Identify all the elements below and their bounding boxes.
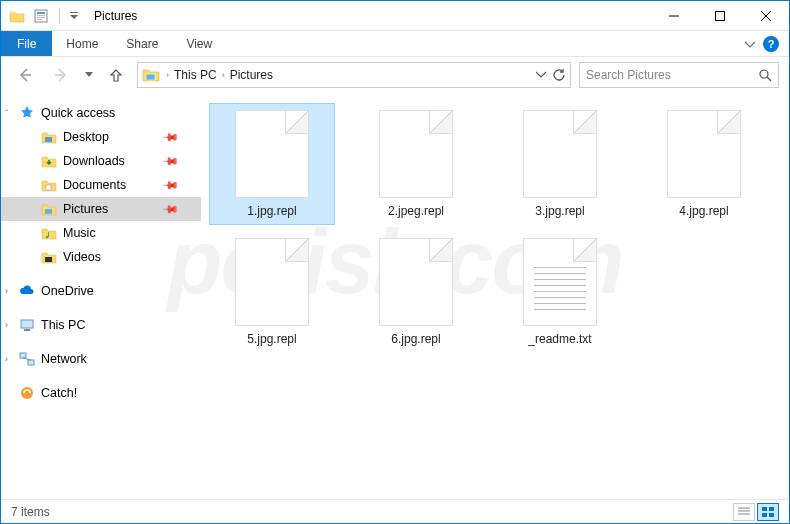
- expand-icon[interactable]: ›: [5, 320, 8, 330]
- sidebar-item-label: Quick access: [41, 106, 115, 120]
- svg-rect-7: [716, 11, 725, 20]
- nav-up-button[interactable]: [103, 62, 129, 88]
- chevron-right-icon[interactable]: ›: [164, 70, 171, 80]
- help-icon[interactable]: ?: [763, 36, 779, 52]
- navbar: › This PC › Pictures Search Pictures: [1, 57, 789, 93]
- file-item[interactable]: 6.jpg.repl: [353, 231, 479, 353]
- file-thumbnail: [379, 238, 453, 326]
- sidebar-item-label: OneDrive: [41, 284, 94, 298]
- svg-rect-2: [37, 15, 45, 16]
- folder-icon: [7, 6, 27, 26]
- file-view[interactable]: 1.jpg.repl2.jpeg.repl3.jpg.repl4.jpg.rep…: [201, 93, 789, 499]
- file-item[interactable]: 1.jpg.repl: [209, 103, 335, 225]
- ribbon-expand-icon[interactable]: [745, 39, 755, 49]
- ribbon-tab-share[interactable]: Share: [112, 31, 172, 56]
- folder-icon: [41, 249, 57, 265]
- chevron-right-icon[interactable]: ›: [220, 70, 227, 80]
- svg-rect-16: [46, 185, 51, 190]
- sidebar-item-documents[interactable]: Documents 📌: [1, 173, 201, 197]
- item-count: 7 items: [11, 505, 50, 519]
- nav-history-dropdown[interactable]: [83, 72, 95, 78]
- status-bar: 7 items: [1, 499, 789, 523]
- maximize-button[interactable]: [697, 1, 743, 31]
- search-input[interactable]: Search Pictures: [579, 62, 779, 88]
- svg-rect-4: [37, 19, 42, 20]
- file-thumbnail: [523, 110, 597, 198]
- svg-rect-19: [48, 232, 49, 237]
- icons-view-button[interactable]: [757, 503, 779, 521]
- sidebar-item-label: Desktop: [63, 130, 109, 144]
- pin-icon: 📌: [160, 127, 179, 146]
- properties-icon[interactable]: [31, 6, 51, 26]
- ribbon-tab-view[interactable]: View: [172, 31, 226, 56]
- sidebar-item-downloads[interactable]: Downloads 📌: [1, 149, 201, 173]
- pin-icon: 📌: [160, 199, 179, 218]
- navigation-pane: ˇ Quick access Desktop 📌 Downloads 📌 Doc…: [1, 93, 201, 499]
- close-button[interactable]: [743, 1, 789, 31]
- star-icon: [19, 105, 35, 121]
- window-title: Pictures: [94, 9, 137, 23]
- expand-icon[interactable]: ›: [5, 286, 8, 296]
- sidebar-item-label: Network: [41, 352, 87, 366]
- ribbon-tab-home[interactable]: Home: [52, 31, 112, 56]
- expand-icon[interactable]: ˇ: [5, 108, 8, 118]
- folder-icon: [41, 177, 57, 193]
- sidebar-network[interactable]: › Network: [1, 347, 201, 371]
- sidebar-item-desktop[interactable]: Desktop 📌: [1, 125, 201, 149]
- file-name: 5.jpg.repl: [247, 332, 296, 346]
- svg-rect-24: [28, 360, 34, 365]
- file-item[interactable]: 2.jpeg.repl: [353, 103, 479, 225]
- refresh-icon[interactable]: [552, 68, 566, 82]
- sidebar-quick-access[interactable]: ˇ Quick access: [1, 101, 201, 125]
- svg-rect-33: [769, 513, 774, 517]
- file-thumbnail: [235, 110, 309, 198]
- file-name: 6.jpg.repl: [391, 332, 440, 346]
- breadcrumb-segment[interactable]: Pictures: [227, 68, 276, 82]
- sidebar-item-label: Documents: [63, 178, 126, 192]
- sidebar-item-label: Pictures: [63, 202, 108, 216]
- sidebar-catch[interactable]: Catch!: [1, 381, 201, 405]
- ribbon-file-tab[interactable]: File: [1, 31, 52, 56]
- nav-forward-button[interactable]: [47, 61, 75, 89]
- svg-rect-5: [70, 12, 78, 13]
- sidebar-item-pictures[interactable]: Pictures 📌: [1, 197, 201, 221]
- svg-rect-30: [762, 507, 767, 511]
- svg-point-13: [760, 70, 768, 78]
- svg-rect-3: [37, 17, 45, 18]
- catch-icon: [19, 385, 35, 401]
- nav-back-button[interactable]: [11, 61, 39, 89]
- search-placeholder: Search Pictures: [586, 68, 671, 82]
- svg-line-14: [767, 77, 771, 81]
- svg-rect-15: [45, 137, 52, 142]
- sidebar-this-pc[interactable]: › This PC: [1, 313, 201, 337]
- sidebar-item-label: Music: [63, 226, 96, 240]
- sidebar-item-videos[interactable]: Videos: [1, 245, 201, 269]
- file-name: 3.jpg.repl: [535, 204, 584, 218]
- folder-icon: [41, 129, 57, 145]
- network-icon: [19, 351, 35, 367]
- sidebar-onedrive[interactable]: › OneDrive: [1, 279, 201, 303]
- expand-icon[interactable]: ›: [5, 354, 8, 364]
- search-icon[interactable]: [758, 68, 772, 82]
- details-view-button[interactable]: [733, 503, 755, 521]
- minimize-button[interactable]: [651, 1, 697, 31]
- file-item[interactable]: 5.jpg.repl: [209, 231, 335, 353]
- svg-rect-21: [21, 320, 33, 328]
- svg-rect-17: [45, 209, 52, 214]
- file-item[interactable]: _readme.txt: [497, 231, 623, 353]
- svg-rect-1: [37, 12, 45, 14]
- svg-line-25: [23, 358, 31, 360]
- file-item[interactable]: 3.jpg.repl: [497, 103, 623, 225]
- folder-icon: [41, 153, 57, 169]
- qat-dropdown[interactable]: [68, 6, 80, 26]
- svg-rect-12: [146, 74, 155, 80]
- address-dropdown-icon[interactable]: [536, 71, 546, 79]
- file-item[interactable]: 4.jpg.repl: [641, 103, 767, 225]
- breadcrumb-segment[interactable]: This PC: [171, 68, 220, 82]
- pin-icon: 📌: [160, 151, 179, 170]
- qat-divider: [59, 8, 60, 24]
- sidebar-item-music[interactable]: Music: [1, 221, 201, 245]
- address-bar[interactable]: › This PC › Pictures: [137, 62, 571, 88]
- file-thumbnail: [235, 238, 309, 326]
- pictures-icon: [142, 66, 160, 84]
